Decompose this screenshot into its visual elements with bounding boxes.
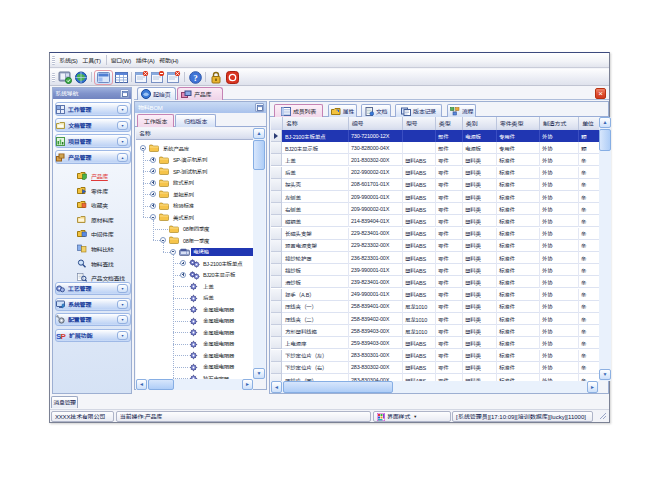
table-row-16[interactable]: 方形塑料线箍258-839403-00X尼龙1010零件塑料类标准件外协条 [271, 325, 599, 337]
cell-类型[interactable]: 零件 [436, 179, 463, 191]
cell-单位[interactable]: 条 [579, 289, 599, 301]
table-row-8[interactable]: 长磁头支架229-823401-00X塑料ABS零件塑料类标准件外协条 [271, 228, 599, 240]
row-gutter[interactable] [271, 142, 282, 154]
cell-型号[interactable]: 塑料ABS [403, 276, 436, 288]
column-header-0[interactable]: 名称 [283, 117, 349, 130]
table-scroll-down-icon[interactable]: ▼ [599, 369, 611, 380]
table-row-15[interactable]: 压线夹（二）258-839402-00X尼龙1010零件塑料类标准件外协条 [271, 313, 599, 325]
cell-名称[interactable]: BJ20主显示板 [283, 142, 349, 154]
cell-单位[interactable]: 条 [579, 362, 599, 374]
sidebar-item-1[interactable]: 零件库 [57, 184, 129, 197]
cell-制造方式[interactable]: 外协 [540, 215, 579, 227]
cell-类型[interactable]: 零件 [436, 154, 463, 166]
row-gutter[interactable] [271, 350, 282, 362]
cell-型号[interactable]: 塑料ABS [403, 203, 436, 215]
sidebar-section-3[interactable]: 产品管理 ▴ [55, 150, 131, 164]
cell-名称[interactable]: 长磁头支架 [283, 228, 349, 240]
cell-制造方式[interactable]: 外协 [540, 179, 579, 191]
cell-类别[interactable]: 电源板 [463, 130, 497, 142]
table-row-2[interactable]: 上盖201-830302-00X塑料ABS零件塑料类标准件外协条 [271, 154, 599, 166]
doc-tab-0[interactable]: 起始页 [137, 87, 176, 100]
cell-类别[interactable]: 塑料类 [463, 374, 497, 381]
cell-编号[interactable]: 201-830302-00X [349, 154, 403, 166]
tree-node-8[interactable]: 08年一季度 [136, 235, 253, 246]
cell-名称[interactable]: 预置电源支架 [283, 240, 349, 252]
table-row-4[interactable]: 探头壳208-601701-01X塑料ABS零件塑料类标准件外协条 [271, 179, 599, 191]
toolbar-workspace-button[interactable] [57, 70, 73, 85]
cell-单位[interactable]: 条 [579, 337, 599, 349]
member-tab-3[interactable]: 版本记录 [395, 104, 442, 117]
row-gutter[interactable] [271, 301, 282, 313]
table-row-6[interactable]: 右侧盖209-990002-01X塑料ABS零件塑料类标准件外协条 [271, 203, 599, 215]
cell-零件类型[interactable]: 标准件 [497, 313, 540, 325]
row-gutter[interactable] [271, 130, 282, 142]
cell-型号[interactable]: 塑料ABS [403, 362, 436, 374]
menu-4[interactable]: 帮助(H) [157, 54, 180, 67]
tree-node-15[interactable]: 金属膜电阻器 [136, 316, 253, 327]
cell-类别[interactable]: 塑料类 [463, 215, 497, 227]
cell-型号[interactable] [403, 130, 436, 142]
cell-制造方式[interactable]: 外协 [540, 130, 579, 142]
cell-型号[interactable]: 尼龙1010 [403, 325, 436, 337]
cell-类别[interactable]: 塑料类 [463, 289, 497, 301]
sidebar-item-0[interactable]: 产品库 [57, 169, 129, 182]
cell-名称[interactable]: 后盖 [283, 167, 349, 179]
column-header-1[interactable]: 编号 [349, 117, 403, 130]
table-row-0[interactable]: BJ-2100主板单点730-721000-12X部件电源板专用件外协颗 [271, 130, 599, 142]
cell-制造方式[interactable]: 外协 [540, 337, 579, 349]
cell-制造方式[interactable]: 外协 [540, 252, 579, 264]
row-gutter[interactable] [271, 240, 282, 252]
cell-制造方式[interactable]: 外协 [540, 167, 579, 179]
toolbar-globe-button[interactable] [73, 70, 89, 85]
sidebar-item-3[interactable]: 原材料库 [57, 213, 129, 226]
cell-单位[interactable]: 条 [579, 276, 599, 288]
toolbar-lock-button[interactable] [208, 70, 224, 85]
cell-类别[interactable]: 塑料类 [463, 191, 497, 203]
bom-tab-1[interactable]: 归档版本 [175, 114, 216, 127]
table-row-17[interactable]: 上电源座259-839403-00X塑料ABS零件塑料类标准件外协条 [271, 337, 599, 349]
cell-编号[interactable]: 202-990002-01X [349, 167, 403, 179]
table-row-18[interactable]: 下纱定位片（左）283-830301-00X塑料ABS零件塑料类标准件外协条 [271, 350, 599, 362]
tree-node-18[interactable]: 金属膜电阻器 [136, 350, 253, 361]
cell-单位[interactable]: 条 [579, 154, 599, 166]
sidebar-item-2[interactable]: 收藏夹 [57, 198, 129, 211]
cell-制造方式[interactable]: 外协 [540, 276, 579, 288]
cell-型号[interactable]: 塑料ABS [403, 337, 436, 349]
cell-编号[interactable]: 249-990001-01X [349, 289, 403, 301]
tree-vscroll-thumb[interactable] [253, 140, 265, 170]
section-expand-button[interactable]: ▾ [117, 300, 128, 309]
cell-零件类型[interactable]: 专用件 [497, 130, 540, 142]
cell-类型[interactable]: 部件 [436, 130, 463, 142]
cell-名称[interactable]: 磁钢盖 [283, 215, 349, 227]
cell-制造方式[interactable]: 外协 [540, 191, 579, 203]
row-gutter[interactable] [271, 337, 282, 349]
table-row-1[interactable]: BJ20主显示板730-828000-04X部件电源板专用件外协颗 [271, 142, 599, 154]
cell-名称[interactable]: 压线夹（一） [283, 301, 349, 313]
tree-hscroll-thumb[interactable] [148, 379, 174, 390]
menu-2[interactable]: 窗口(W) [109, 54, 133, 67]
cell-单位[interactable]: 条 [579, 203, 599, 215]
cell-编号[interactable]: 258-839401-00X [349, 301, 403, 313]
cell-类别[interactable]: 塑料类 [463, 228, 497, 240]
cell-类别[interactable]: 塑料类 [463, 154, 497, 166]
cell-类型[interactable]: 零件 [436, 252, 463, 264]
cell-类型[interactable]: 零件 [436, 350, 463, 362]
cell-名称[interactable]: 接纱轮护罩 [283, 252, 349, 264]
row-gutter[interactable] [271, 252, 282, 264]
cell-零件类型[interactable]: 专用件 [497, 142, 540, 154]
table-row-3[interactable]: 后盖202-990002-01X塑料ABS零件塑料类标准件外协条 [271, 167, 599, 179]
cell-制造方式[interactable]: 外协 [540, 325, 579, 337]
column-header-4[interactable]: 类别 [463, 117, 497, 130]
cell-制造方式[interactable]: 外协 [540, 350, 579, 362]
cell-名称[interactable]: 右侧盖 [283, 203, 349, 215]
tree-node-5[interactable]: 检验标准 [136, 201, 253, 212]
cell-类型[interactable]: 零件 [436, 167, 463, 179]
tree-node-11[interactable]: BJ20主显示板 [136, 270, 253, 281]
section-expand-button[interactable]: ▾ [117, 105, 128, 114]
cell-型号[interactable]: 塑料ABS [403, 264, 436, 276]
row-gutter[interactable] [271, 215, 282, 227]
cell-零件类型[interactable]: 标准件 [497, 374, 540, 381]
menu-1[interactable]: 工具(T) [81, 54, 103, 67]
table-row-20[interactable]: 压纱片（圆）283-830304-00X塑料ABS零件塑料类标准件外协条 [271, 374, 599, 381]
cell-名称[interactable]: 下纱定位片（左） [283, 350, 349, 362]
